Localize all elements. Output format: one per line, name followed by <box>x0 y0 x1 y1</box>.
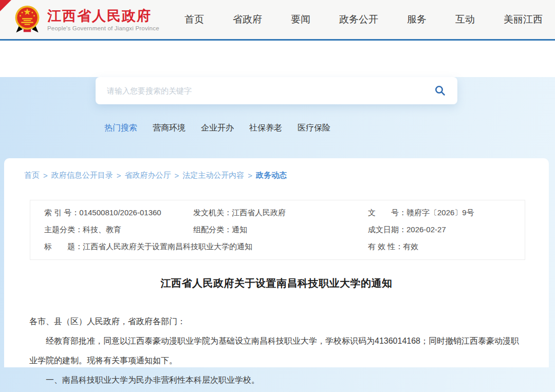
content-card: 首页 > 政府信息公开目录 > 省政府办公厅 > 法定主动公开内容 > 政务动态… <box>4 158 549 367</box>
hot-link-business-environment[interactable]: 营商环境 <box>153 123 186 134</box>
hot-search-row: 热门搜索 营商环境 企业开办 社保养老 医疗保险 <box>104 123 555 134</box>
hot-link-company-registration[interactable]: 企业开办 <box>201 123 234 134</box>
breadcrumb-separator: > <box>117 171 121 180</box>
corner-ribbon-decoration <box>0 0 11 11</box>
nav-item-home[interactable]: 首页 <box>184 13 204 26</box>
document-body: 各市、县（区）人民政府，省政府各部门： 经教育部批准，同意以江西泰豪动漫职业学院… <box>29 312 525 390</box>
banner-background: 热门搜索 营商环境 企业开办 社保养老 医疗保险 首页 > 政府信息公开目录 >… <box>0 77 555 392</box>
breadcrumb-separator: > <box>248 171 252 180</box>
salutation-paragraph: 各市、县（区）人民政府，省政府各部门： <box>29 312 525 331</box>
body-paragraph: 经教育部批准，同意以江西泰豪动漫职业学院为基础设立南昌科技职业大学，学校标识码为… <box>29 331 525 370</box>
breadcrumb-info-directory[interactable]: 政府信息公开目录 <box>51 171 113 180</box>
breadcrumb-separator: > <box>43 171 48 180</box>
meta-subject-category: 主题分类：科技、教育 <box>44 224 193 235</box>
breadcrumb-separator: > <box>175 171 179 180</box>
breadcrumb: 首页 > 政府信息公开目录 > 省政府办公厅 > 法定主动公开内容 > 政务动态 <box>4 158 549 180</box>
nav-item-interaction[interactable]: 互动 <box>455 13 475 26</box>
nav-item-news[interactable]: 要闻 <box>291 13 310 26</box>
logo-text: 江西省人民政府 People's Government of Jiangxi P… <box>47 8 159 31</box>
meta-group-category: 组配分类：通知 <box>193 224 368 235</box>
nav-item-government-affairs[interactable]: 政务公开 <box>339 13 378 26</box>
search-box <box>96 77 457 104</box>
header-divider <box>0 39 555 41</box>
site-subtitle: People's Government of Jiangxi Province <box>47 25 159 31</box>
search-input[interactable] <box>96 77 457 104</box>
meta-title: 标 题：江西省人民政府关于设置南昌科技职业大学的通知 <box>44 241 368 252</box>
meta-issuing-authority: 发文机关：江西省人民政府 <box>193 207 368 218</box>
nav-item-beautiful-jiangxi[interactable]: 美丽江西 <box>504 13 543 26</box>
hot-link-medical-insurance[interactable]: 医疗保险 <box>298 123 330 134</box>
meta-document-number: 文 号：赣府字〔2026〕9号 <box>368 207 525 218</box>
document-title: 江西省人民政府关于设置南昌科技职业大学的通知 <box>4 276 549 290</box>
breadcrumb-home[interactable]: 首页 <box>24 171 40 180</box>
nav-item-services[interactable]: 服务 <box>407 13 427 26</box>
nav-item-provincial-government[interactable]: 省政府 <box>233 13 262 26</box>
main-nav: 首页 省政府 要闻 政务公开 服务 互动 美丽江西 <box>184 13 555 26</box>
document-meta-table: 索 引 号：014500810/2026-01360 发文机关：江西省人民政府 … <box>30 200 525 260</box>
meta-validity: 有 效 性：有效 <box>368 241 525 252</box>
breadcrumb-general-office[interactable]: 省政府办公厅 <box>125 171 171 180</box>
site-title: 江西省人民政府 <box>47 8 159 24</box>
breadcrumb-current-page: 政务动态 <box>256 171 287 180</box>
site-logo[interactable]: 江西省人民政府 People's Government of Jiangxi P… <box>13 5 159 34</box>
breadcrumb-statutory-disclosure[interactable]: 法定主动公开内容 <box>182 171 244 180</box>
meta-issue-date: 成文日期：2026-02-27 <box>368 224 525 235</box>
search-icon[interactable] <box>434 84 446 97</box>
site-header: 江西省人民政府 People's Government of Jiangxi P… <box>0 0 555 39</box>
national-emblem-icon <box>13 5 41 34</box>
hot-link-social-security[interactable]: 社保养老 <box>249 123 282 134</box>
body-paragraph: 一、南昌科技职业大学为民办非营利性本科层次职业学校。 <box>29 370 525 390</box>
meta-index-number: 索 引 号：014500810/2026-01360 <box>44 207 193 218</box>
hot-search-label: 热门搜索 <box>104 123 137 134</box>
